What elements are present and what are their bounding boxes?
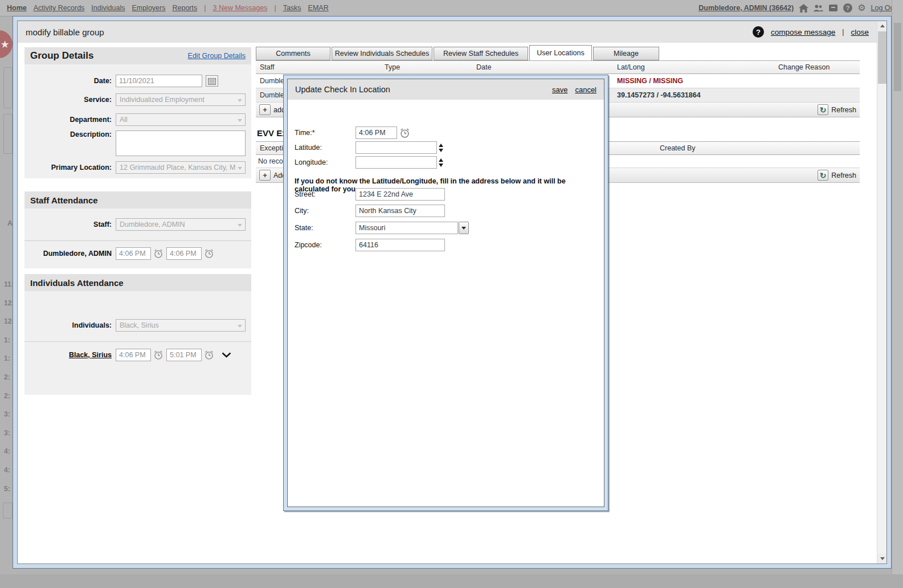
nav-link-home[interactable]: Home	[7, 4, 27, 12]
tab-review-individuals-schedules[interactable]: Review Individuals Schedules	[332, 47, 432, 60]
date-input[interactable]	[116, 75, 202, 87]
latitude-spinner[interactable]	[439, 144, 443, 152]
cancel-button[interactable]: cancel	[575, 85, 596, 94]
clock-icon[interactable]	[204, 350, 214, 360]
background-bottom-strip	[0, 574, 903, 588]
nav-link-tasks[interactable]: Tasks	[283, 4, 301, 12]
save-button[interactable]: save	[552, 85, 567, 94]
individual-time-in-input[interactable]	[116, 349, 151, 361]
staff-time-out-input[interactable]	[166, 247, 202, 260]
date-label: Date:	[29, 77, 112, 85]
individual-time-out-input[interactable]	[166, 349, 202, 361]
add-exception-button[interactable]: +	[259, 170, 271, 181]
table-header-row: Staff Type Date Lat/Long Change Reason	[256, 60, 860, 74]
logo-star-icon: ★	[0, 38, 9, 51]
help-icon[interactable]: ?	[843, 3, 852, 13]
staff-attendance-section: Staff Attendance Staff: Dumbledore, ADMI…	[24, 191, 251, 268]
gear-icon[interactable]: ⚙	[857, 3, 865, 13]
tab-bar: Comments Review Individuals Schedules Re…	[256, 46, 660, 60]
individuals-attendance-title: Individuals Attendance	[30, 278, 124, 288]
individual-row-name[interactable]: Black, Sirius	[29, 351, 112, 359]
time-label: Time:*	[295, 129, 356, 137]
group-details-title: Group Details	[30, 50, 93, 62]
time-label: 2:	[4, 392, 10, 400]
col-date: Date	[476, 63, 491, 71]
staff-attendance-title: Staff Attendance	[30, 195, 98, 205]
spinner-down-icon	[439, 164, 443, 167]
nav-separator: |	[274, 4, 276, 12]
individuals-label: Individuals:	[29, 321, 112, 329]
nav-link-employers[interactable]: Employers	[132, 4, 165, 12]
home-icon[interactable]	[799, 3, 808, 13]
service-label: Service:	[29, 96, 112, 104]
col-change-reason: Change Reason	[778, 63, 830, 71]
dialog-title: modify billable group	[26, 27, 104, 37]
longitude-label: Longitude:	[295, 158, 356, 166]
top-nav: Home Activity Records Individuals Employ…	[0, 0, 903, 17]
edit-group-details-link[interactable]: Edit Group Details	[188, 52, 246, 60]
background-scrollbar	[892, 0, 903, 588]
clock-icon[interactable]	[204, 248, 214, 259]
calendar-icon[interactable]	[206, 75, 218, 87]
zipcode-input[interactable]	[356, 239, 445, 251]
time-label: 3:	[4, 410, 10, 418]
users-icon[interactable]	[814, 3, 823, 13]
archive-icon[interactable]	[828, 3, 838, 13]
time-input[interactable]	[356, 126, 397, 139]
refresh-icon: ↻	[818, 104, 828, 115]
scroll-down-icon[interactable]	[877, 554, 887, 564]
nav-link-individuals[interactable]: Individuals	[91, 4, 125, 12]
tab-review-staff-schedules[interactable]: Review Staff Schedules	[434, 47, 528, 60]
clock-icon[interactable]	[153, 248, 164, 259]
time-label: 5:	[4, 485, 10, 493]
primary-location-label: Primary Location:	[29, 164, 112, 172]
nav-link-reports[interactable]: Reports	[172, 4, 197, 12]
clock-icon[interactable]	[153, 350, 164, 360]
add-location-button[interactable]: +	[259, 104, 271, 115]
chevron-down-icon[interactable]	[222, 352, 231, 358]
state-dropdown-icon[interactable]	[459, 222, 469, 234]
nav-user-name[interactable]: Dumbledore, ADMIN (36642)	[698, 4, 794, 12]
latitude-input[interactable]	[356, 141, 437, 154]
staff-time-in-input[interactable]	[116, 247, 151, 260]
scrollbar-thumb[interactable]	[878, 31, 886, 84]
modal-header: Update Check In Location save cancel	[288, 79, 604, 100]
street-input[interactable]	[356, 188, 445, 201]
dialog-header: modify billable group ? compose message …	[18, 21, 877, 43]
refresh-button[interactable]: ↻ Refresh	[818, 170, 856, 181]
help-icon[interactable]: ?	[753, 26, 764, 38]
staff-row-name: Dumbledore, ADMIN	[29, 250, 112, 258]
time-label: 3:	[4, 429, 10, 437]
nav-right-cluster: Dumbledore, ADMIN (36642) ? ⚙ Log Out	[698, 3, 896, 13]
department-select: All	[116, 113, 246, 126]
update-check-in-location-modal: Update Check In Location save cancel Tim…	[283, 75, 608, 511]
compose-message-link[interactable]: compose message	[771, 28, 835, 36]
tab-user-locations[interactable]: User Locations	[529, 45, 592, 60]
refresh-button[interactable]: ↻ Refresh	[818, 104, 856, 115]
tab-comments[interactable]: Comments	[256, 47, 330, 60]
nav-link-emar[interactable]: EMAR	[308, 4, 329, 12]
nav-link-new-messages[interactable]: 3 New Messages	[213, 4, 268, 12]
city-input[interactable]	[356, 205, 445, 217]
background-box	[3, 114, 13, 154]
service-select: Individualized Employment	[116, 93, 246, 106]
spinner-up-icon	[439, 144, 443, 147]
refresh-icon: ↻	[818, 170, 828, 181]
scroll-up-icon[interactable]	[877, 21, 887, 31]
description-textarea[interactable]	[116, 130, 246, 156]
header-divider: |	[842, 28, 844, 36]
time-label: 4:	[4, 447, 10, 455]
description-label: Description:	[29, 130, 112, 138]
time-label: 2:	[4, 373, 10, 381]
close-link[interactable]: close	[851, 28, 869, 36]
nav-link-activity-records[interactable]: Activity Records	[34, 4, 85, 12]
state-select[interactable]	[356, 222, 458, 234]
tab-mileage[interactable]: Mileage	[593, 47, 659, 60]
individuals-select: Black, Sirius	[116, 319, 246, 332]
time-label: 4:	[4, 466, 10, 474]
clock-icon[interactable]	[399, 128, 410, 138]
longitude-input[interactable]	[356, 156, 437, 169]
longitude-spinner[interactable]	[439, 158, 443, 167]
col-type: Type	[385, 63, 400, 71]
dialog-scrollbar[interactable]	[877, 21, 886, 564]
